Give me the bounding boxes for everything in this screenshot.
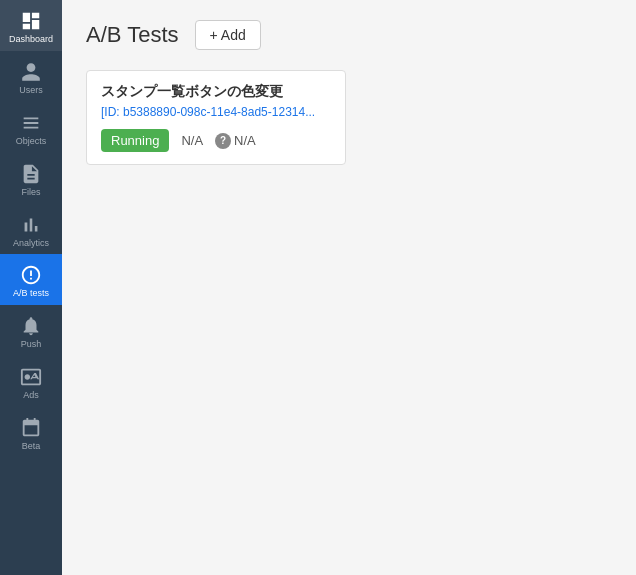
sidebar-item-users-label: Users [19,86,43,96]
sidebar-item-ads-label: Ads [23,391,39,401]
main-content: A/B Tests + Add スタンプ一覧ボタンの色変更 [ID: b5388… [62,0,636,575]
ads-icon [20,366,42,388]
add-button[interactable]: + Add [195,20,261,50]
abtests-icon [20,264,42,286]
objects-icon [20,112,42,134]
sidebar-item-push-label: Push [21,340,42,350]
sidebar-item-dashboard[interactable]: Dashboard [0,0,62,51]
sidebar-item-analytics[interactable]: Analytics [0,204,62,255]
page-header: A/B Tests + Add [86,20,612,50]
sidebar-item-objects[interactable]: Objects [0,102,62,153]
users-icon [20,61,42,83]
ab-test-id: [ID: b5388890-098c-11e4-8ad5-12314... [101,105,331,119]
stat2-value: ?N/A [215,133,256,149]
page-title: A/B Tests [86,22,179,48]
status-badge: Running [101,129,169,152]
push-icon [20,315,42,337]
sidebar-item-push[interactable]: Push [0,305,62,356]
sidebar-item-dashboard-label: Dashboard [9,35,53,45]
help-icon: ? [215,133,231,149]
ab-test-card[interactable]: スタンプ一覧ボタンの色変更 [ID: b5388890-098c-11e4-8a… [86,70,346,165]
sidebar-item-files[interactable]: Files [0,153,62,204]
analytics-icon [20,214,42,236]
sidebar: Dashboard Users Objects Files Analytics … [0,0,62,575]
files-icon [20,163,42,185]
ab-test-name: スタンプ一覧ボタンの色変更 [101,83,331,101]
sidebar-item-users[interactable]: Users [0,51,62,102]
ab-test-stats: Running N/A ?N/A [101,129,331,152]
sidebar-item-abtests-label: A/B tests [13,289,49,299]
sidebar-item-ads[interactable]: Ads [0,356,62,407]
sidebar-item-objects-label: Objects [16,137,47,147]
beta-icon [20,417,42,439]
sidebar-item-abtests[interactable]: A/B tests [0,254,62,305]
stat1-value: N/A [181,133,203,148]
sidebar-item-analytics-label: Analytics [13,239,49,249]
sidebar-item-beta[interactable]: Beta [0,407,62,458]
dashboard-icon [20,10,42,32]
sidebar-item-files-label: Files [21,188,40,198]
sidebar-item-beta-label: Beta [22,442,41,452]
